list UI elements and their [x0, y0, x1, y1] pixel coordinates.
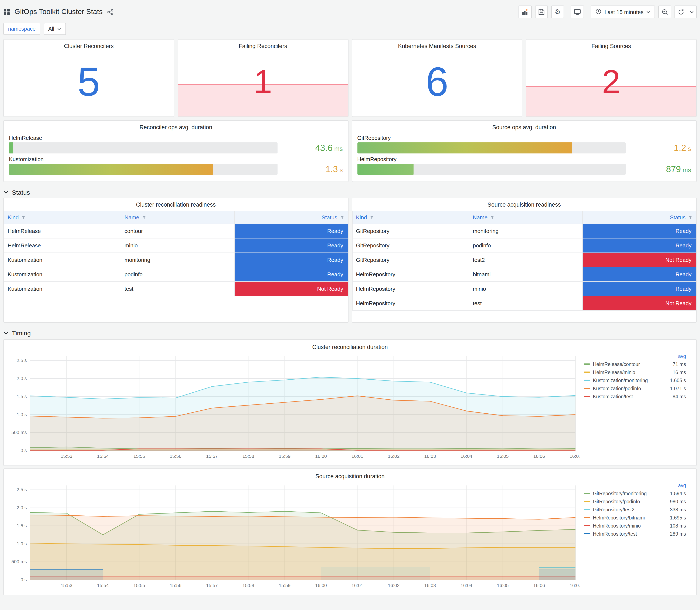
svg-text:2.5 s: 2.5 s — [17, 358, 27, 363]
cell-kind: HelmRepository — [352, 296, 469, 310]
panel-title[interactable]: Source acquisition readiness — [352, 198, 696, 210]
svg-text:15:58: 15:58 — [243, 583, 254, 588]
legend-item[interactable]: HelmRepository/test289 ms — [584, 530, 686, 538]
cell-status: Ready — [583, 238, 696, 253]
stat-panel-failing-reconcilers: Failing Reconcilers 1 — [178, 39, 348, 117]
variable-value-namespace[interactable]: All — [44, 23, 66, 35]
legend-item[interactable]: HelmRepository/bitnami1.695 s — [584, 514, 686, 521]
panel-title[interactable]: Source ops avg. duration — [357, 121, 691, 132]
apps-grid-icon[interactable] — [3, 9, 10, 15]
filter-icon[interactable] — [21, 215, 26, 220]
add-panel-button[interactable] — [519, 5, 532, 18]
section-label: Timing — [12, 330, 31, 337]
svg-text:16:04: 16:04 — [460, 453, 472, 459]
series-color-marker — [584, 525, 590, 526]
svg-text:16:00: 16:00 — [315, 453, 327, 459]
status-badge: Not Ready — [583, 296, 696, 310]
dashboard-settings-button[interactable]: ⚙ — [551, 5, 564, 18]
status-badge: Ready — [234, 239, 347, 253]
section-row-timing[interactable]: Timing — [3, 330, 697, 337]
svg-text:16:07: 16:07 — [570, 583, 580, 588]
series-color-marker — [584, 493, 590, 494]
tv-mode-button[interactable] — [571, 5, 584, 18]
status-badge: Ready — [583, 267, 696, 282]
legend-item[interactable]: HelmRelease/contour71 ms — [584, 360, 686, 368]
svg-text:15:59: 15:59 — [279, 453, 291, 459]
legend-item[interactable]: Kustomization/monitoring1.605 s — [584, 376, 686, 384]
legend-item[interactable]: Kustomization/podinfo1.071 s — [584, 384, 686, 392]
cell-kind: HelmRepository — [352, 267, 469, 282]
cell-kind: GitRepository — [352, 238, 469, 253]
filter-icon[interactable] — [490, 215, 494, 220]
panel-title[interactable]: Source acquisition duration — [8, 470, 692, 481]
column-header-name[interactable]: Name — [469, 211, 583, 224]
refresh-button[interactable] — [674, 5, 687, 18]
series-name[interactable]: Kustomization/test — [593, 394, 672, 399]
legend-item[interactable]: HelmRepository/minio108 ms — [584, 521, 686, 530]
svg-text:16:07: 16:07 — [570, 453, 580, 459]
table-row: HelmRepositoryminioReady — [352, 282, 696, 296]
filter-icon[interactable] — [688, 215, 693, 220]
column-header-status[interactable]: Status — [583, 211, 696, 224]
column-label: Name — [473, 214, 488, 221]
series-name[interactable]: GitRepository/monitoring — [593, 491, 670, 496]
series-name[interactable]: GitRepository/podinfo — [593, 499, 670, 504]
column-label: Name — [125, 214, 139, 221]
cell-status: Ready — [583, 282, 696, 296]
filter-icon[interactable] — [340, 215, 344, 220]
table-row: HelmReleasecontourReady — [4, 224, 348, 238]
status-badge: Not Ready — [583, 253, 696, 267]
legend-item[interactable]: GitRepository/monitoring1.594 s — [584, 489, 686, 497]
series-name[interactable]: GitRepository/test2 — [593, 507, 670, 512]
variable-label-namespace: namespace — [3, 23, 40, 35]
time-series-plot[interactable]: 15:5315:5415:5515:5615:5715:5815:5916:00… — [8, 481, 580, 590]
series-name[interactable]: HelmRepository/bitnami — [593, 515, 670, 520]
svg-text:15:54: 15:54 — [97, 453, 109, 459]
svg-text:500 ms: 500 ms — [12, 559, 27, 564]
table-row: HelmReleaseminioReady — [4, 238, 348, 253]
time-series-plot[interactable]: 15:5315:5415:5515:5615:5715:5815:5916:00… — [8, 352, 580, 461]
column-header-name[interactable]: Name — [121, 211, 234, 224]
variable-selected-value: All — [48, 26, 54, 32]
legend-item[interactable]: GitRepository/podinfo980 ms — [584, 497, 686, 505]
column-header-status[interactable]: Status — [234, 211, 348, 224]
svg-text:1.0 s: 1.0 s — [17, 541, 27, 546]
bar-gauge: GitRepository 1.2s — [357, 135, 691, 154]
cell-kind: GitRepository — [352, 253, 469, 267]
cell-name: minio — [469, 282, 583, 296]
toolbar: ⚙ Last 15 minutes — [519, 5, 697, 18]
svg-text:15:53: 15:53 — [61, 453, 72, 459]
series-color-marker — [584, 388, 590, 389]
zoom-out-button[interactable] — [658, 5, 671, 18]
series-name[interactable]: HelmRelease/contour — [593, 362, 672, 367]
gauge-fill — [9, 142, 13, 154]
filter-icon[interactable] — [142, 215, 146, 220]
refresh-interval-dropdown[interactable] — [687, 5, 697, 18]
series-avg-value: 1.594 s — [670, 491, 686, 496]
time-range-picker[interactable]: Last 15 minutes — [591, 5, 655, 18]
series-name[interactable]: HelmRepository/test — [593, 531, 670, 536]
series-name[interactable]: HelmRelease/minio — [593, 370, 672, 375]
legend-item[interactable]: HelmRelease/minio16 ms — [584, 368, 686, 376]
panel-title[interactable]: Cluster reconciliation readiness — [4, 198, 348, 210]
stat-value: 6 — [352, 47, 522, 116]
panel-title[interactable]: Reconciler ops avg. duration — [9, 121, 343, 132]
panel-title[interactable]: Cluster reconciliation duration — [8, 340, 692, 352]
column-header-kind[interactable]: Kind — [4, 211, 121, 224]
series-name[interactable]: Kustomization/monitoring — [593, 378, 670, 383]
legend-item[interactable]: Kustomization/test84 ms — [584, 392, 686, 400]
legend-item[interactable]: GitRepository/test2338 ms — [584, 505, 686, 514]
column-header-kind[interactable]: Kind — [352, 211, 469, 224]
svg-text:15:56: 15:56 — [170, 453, 181, 459]
section-row-status[interactable]: Status — [3, 189, 697, 196]
filter-icon[interactable] — [370, 215, 374, 220]
series-name[interactable]: HelmRepository/minio — [593, 523, 670, 528]
chart-legend: avgHelmRelease/contour71 msHelmRelease/m… — [580, 352, 687, 461]
column-label: Kind — [356, 214, 367, 221]
save-dashboard-button[interactable] — [535, 5, 548, 18]
svg-text:16:06: 16:06 — [533, 453, 545, 459]
series-avg-value: 84 ms — [672, 394, 686, 399]
series-name[interactable]: Kustomization/podinfo — [593, 386, 670, 391]
share-icon[interactable] — [107, 9, 113, 15]
table-row: HelmRepositorytestNot Ready — [352, 296, 696, 310]
